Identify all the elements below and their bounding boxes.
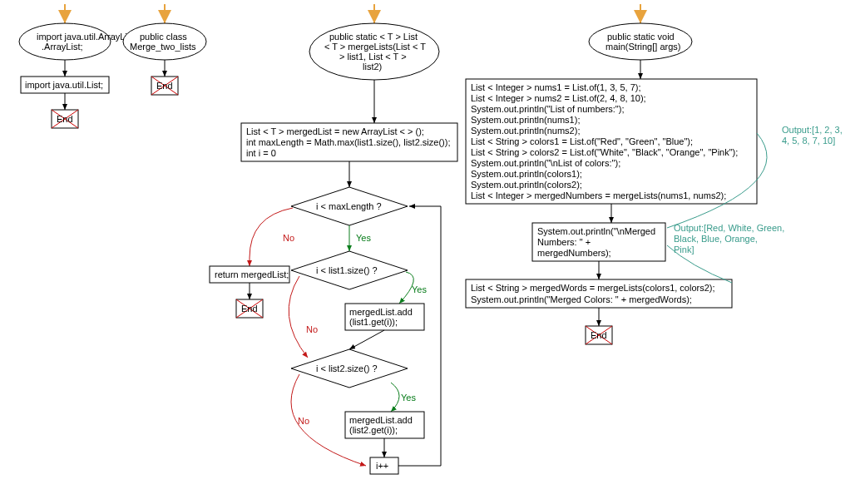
flowchart-2: public class Merge_two_lists End (123, 4, 206, 95)
box-import-list-text: import java.util.List; (25, 80, 103, 90)
diamond-list2size-text: i < list2.size() ? (316, 363, 378, 373)
end-node: End (151, 77, 178, 95)
yes-label: Yes (412, 284, 427, 294)
no-label: No (306, 324, 318, 334)
end-label: End (591, 330, 607, 340)
edge (349, 330, 384, 349)
flowchart-3: public static < T > List < T > mergeList… (210, 4, 457, 474)
box-return-text: return mergedList; (215, 269, 289, 279)
end-node: End (586, 326, 612, 344)
end-node: End (236, 299, 263, 318)
edge-yes (391, 383, 399, 412)
ellipse-main-text: public static void main(String[] args) (606, 32, 680, 52)
diamond-list1size-text: i < list1.size() ? (316, 265, 378, 275)
no-label: No (298, 416, 309, 426)
end-label: End (156, 81, 173, 91)
yes-label: Yes (401, 393, 416, 403)
end-node: End (52, 110, 78, 128)
flowchart-4: public static void main(String[] args) L… (466, 4, 845, 344)
box-inc-text: i++ (376, 461, 388, 471)
flowchart-1: import java.util.ArrayList; .ArrayList; … (19, 4, 140, 128)
yes-label: Yes (356, 233, 371, 243)
edge-no (289, 276, 308, 358)
diamond-maxlength-text: i < maxLength ? (316, 201, 382, 211)
ellipse-class-text: public class Merge_two_lists (130, 32, 196, 52)
end-label: End (241, 304, 258, 314)
output-text-2: Output:[Red, White, Green, Black, Blue, … (674, 223, 787, 254)
output-text-1: Output:[1, 2, 3, 4, 5, 8, 7, 10] (782, 125, 845, 146)
end-label: End (57, 114, 73, 124)
no-label: No (283, 233, 294, 243)
